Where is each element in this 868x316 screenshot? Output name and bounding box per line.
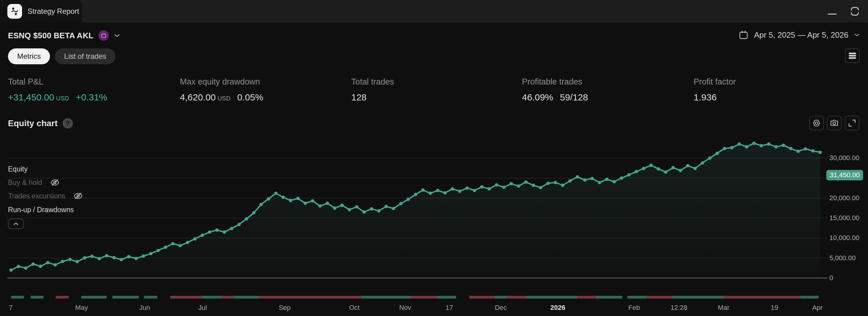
equity-point — [193, 237, 197, 241]
trade-result-bar-loss — [577, 296, 596, 299]
equity-point — [613, 180, 616, 183]
equity-chart-canvas[interactable] — [0, 0, 868, 316]
equity-point — [333, 206, 337, 210]
equity-point — [252, 211, 256, 215]
equity-point — [488, 187, 491, 190]
equity-point — [738, 142, 741, 146]
equity-point — [164, 246, 167, 249]
trade-result-bar-win — [11, 296, 24, 299]
equity-point — [664, 170, 668, 174]
equity-point — [561, 184, 564, 187]
trade-result-bar-loss — [647, 296, 673, 299]
equity-point — [399, 202, 403, 206]
equity-point — [510, 182, 513, 185]
equity-point — [171, 242, 175, 245]
legend-item-equity[interactable]: Equity — [8, 165, 28, 174]
equity-point — [723, 147, 726, 150]
equity-point — [24, 267, 28, 270]
equity-point — [215, 229, 219, 232]
equity-point — [297, 197, 300, 200]
legend-item-trades-excursions[interactable]: Trades excursions — [8, 191, 83, 201]
equity-point — [179, 244, 182, 247]
equity-point — [804, 147, 807, 151]
equity-point — [605, 178, 609, 181]
equity-point — [113, 256, 116, 259]
equity-point — [377, 209, 381, 212]
trade-result-bar-win — [673, 296, 724, 299]
equity-point — [686, 164, 690, 168]
equity-point — [134, 257, 138, 260]
equity-point — [407, 198, 410, 201]
equity-point — [304, 202, 307, 205]
trade-result-bar-win — [144, 296, 157, 299]
equity-point — [473, 189, 476, 192]
trade-result-bar-loss — [724, 296, 801, 299]
x-axis-label: Dec — [495, 304, 507, 312]
equity-point — [370, 207, 373, 211]
equity-point — [142, 254, 145, 258]
equity-point — [642, 167, 646, 170]
chevron-up-icon — [13, 222, 19, 226]
x-axis-label: Feb — [628, 304, 640, 312]
equity-point — [392, 207, 395, 210]
equity-point — [46, 261, 50, 264]
trade-result-bar-loss — [170, 296, 202, 299]
equity-point — [259, 203, 263, 206]
equity-point — [201, 234, 204, 237]
eye-off-icon[interactable] — [73, 191, 83, 201]
equity-point — [502, 185, 506, 189]
equity-point — [341, 204, 344, 207]
equity-point — [554, 181, 557, 184]
equity-point — [385, 205, 388, 208]
x-axis-label: Sep — [279, 304, 290, 312]
equity-point — [105, 254, 108, 257]
equity-point — [414, 193, 417, 196]
trade-result-bar-win — [202, 296, 221, 299]
equity-point — [32, 262, 35, 266]
equity-point — [451, 187, 454, 190]
equity-point — [657, 167, 660, 171]
trade-result-bar-win — [81, 296, 107, 299]
eye-off-icon[interactable] — [50, 178, 60, 187]
equity-point — [83, 256, 87, 260]
equity-point — [223, 230, 226, 234]
equity-point — [230, 227, 234, 230]
equity-point — [9, 268, 13, 272]
equity-point — [274, 192, 278, 195]
equity-point — [466, 186, 469, 190]
equity-point — [708, 156, 712, 160]
x-axis-label: Apr — [812, 304, 823, 312]
equity-point — [326, 202, 329, 205]
x-axis-label: 19 — [771, 304, 778, 312]
equity-point — [98, 257, 101, 260]
equity-point — [532, 184, 535, 187]
y-axis-label: 10,000.00 — [829, 234, 860, 242]
equity-point — [363, 210, 366, 214]
collapse-legend-button[interactable] — [8, 219, 24, 229]
y-axis-label: 0 — [829, 274, 833, 282]
equity-point — [701, 161, 704, 165]
equity-point — [731, 146, 734, 149]
trade-result-bar-win — [31, 296, 43, 299]
equity-point — [547, 182, 550, 185]
x-axis-label: 2026 — [551, 304, 565, 312]
equity-point — [775, 145, 778, 148]
equity-point — [797, 150, 800, 153]
equity-point — [591, 177, 594, 180]
equity-point — [68, 258, 72, 261]
y-axis-label: 15,000.00 — [829, 214, 860, 222]
equity-point — [649, 164, 653, 167]
trade-result-bar-win — [437, 296, 456, 299]
equity-point — [282, 196, 285, 199]
x-axis-label: May — [75, 304, 88, 312]
x-axis-label: Mar — [718, 304, 730, 312]
last-value-badge: 31,450.00 — [826, 170, 863, 180]
equity-point — [620, 176, 623, 180]
trade-result-bar-loss — [469, 296, 495, 299]
equity-point — [149, 252, 153, 255]
equity-point — [524, 180, 528, 184]
trade-result-bar-win — [596, 296, 622, 299]
equity-point — [789, 147, 793, 150]
legend-item-buy-and-hold[interactable]: Buy & hold — [8, 178, 60, 187]
legend-item-runup-drawdowns[interactable]: Run-up / Drawdowns — [8, 205, 74, 214]
